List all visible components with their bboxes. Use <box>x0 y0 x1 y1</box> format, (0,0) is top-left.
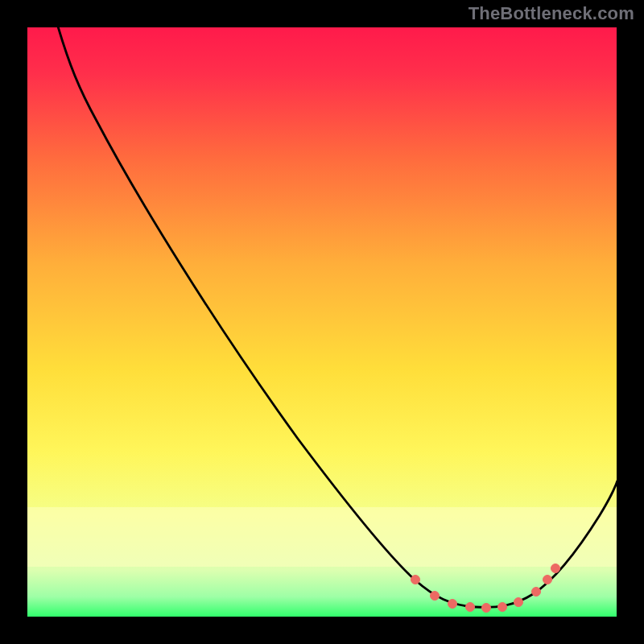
svg-point-3 <box>466 603 475 612</box>
svg-point-1 <box>431 592 440 601</box>
bottleneck-plot <box>0 0 644 644</box>
svg-point-4 <box>482 604 491 613</box>
brand-watermark: TheBottleneck.com <box>469 3 634 24</box>
svg-point-9 <box>551 564 560 573</box>
svg-point-5 <box>498 603 507 612</box>
chart-frame: TheBottleneck.com <box>0 0 644 644</box>
svg-point-8 <box>543 576 552 584</box>
svg-point-7 <box>532 588 541 597</box>
svg-point-6 <box>514 598 523 607</box>
svg-point-0 <box>411 576 420 584</box>
highlight-band <box>27 507 617 567</box>
svg-point-2 <box>448 600 457 609</box>
